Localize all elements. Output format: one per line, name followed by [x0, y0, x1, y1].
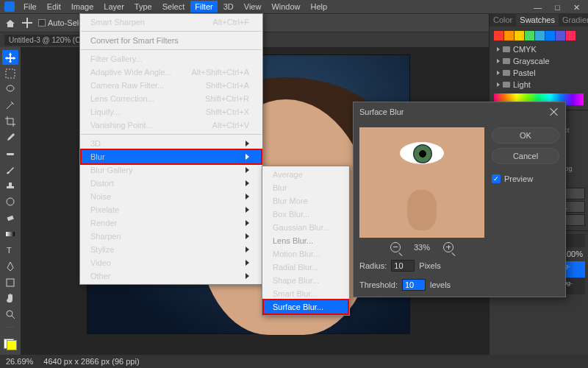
menu-select[interactable]: Select [158, 1, 190, 13]
mi-blur-gallery[interactable]: Blur Gallery [80, 163, 262, 177]
menu-image[interactable]: Image [67, 1, 98, 13]
tab-swatches[interactable]: Swatches [516, 14, 559, 26]
mi-gaussian-blur[interactable]: Gaussian Blur... [262, 221, 349, 234]
mi-lens-correction[interactable]: Lens Correction...Shift+Ctrl+R [80, 92, 262, 105]
menubar: File Edit Image Layer Type Select Filter… [0, 0, 588, 13]
mi-blur[interactable]: Blur [80, 149, 262, 165]
minimize-icon[interactable]: — [529, 1, 546, 14]
menu-type[interactable]: Type [130, 1, 157, 13]
home-icon[interactable] [4, 18, 16, 28]
dialog-title: Surface Blur [359, 107, 404, 116]
zoom-tool[interactable] [2, 307, 18, 322]
mi-adaptive-wide-angle[interactable]: Adaptive Wide Angle...Alt+Shift+Ctrl+A [80, 66, 262, 79]
close-icon[interactable]: ✕ [569, 1, 584, 14]
mi-other[interactable]: Other [80, 269, 262, 283]
mi-box-blur[interactable]: Box Blur... [262, 208, 349, 221]
mi-distort[interactable]: Distort [80, 177, 262, 190]
swatch[interactable] [525, 31, 534, 40]
threshold-input[interactable] [402, 279, 426, 291]
swatch-folder[interactable]: Pastel [494, 67, 584, 79]
mi-video[interactable]: Video [80, 256, 262, 269]
swatch[interactable] [566, 31, 576, 40]
move-tool[interactable] [2, 50, 18, 65]
menu-window[interactable]: Window [267, 1, 304, 13]
shape-tool[interactable] [2, 275, 18, 290]
swatch-folder[interactable]: Light [494, 79, 584, 91]
lasso-tool[interactable] [2, 82, 18, 97]
brush-tool[interactable] [2, 163, 18, 177]
swatch[interactable] [494, 31, 503, 40]
mi-smart-sharpen[interactable]: Smart SharpenAlt+Ctrl+F [80, 15, 262, 29]
swatches-panel: CMYK Grayscale Pastel Light [490, 26, 588, 110]
mi-surface-blur[interactable]: Surface Blur... [262, 299, 349, 315]
svg-rect-7 [7, 279, 14, 286]
hand-tool[interactable] [2, 291, 18, 305]
history-brush-tool[interactable] [2, 194, 18, 209]
gradient-tool[interactable] [2, 227, 18, 241]
tools-more-icon[interactable]: ⋯ [7, 323, 15, 333]
eraser-tool[interactable] [2, 210, 18, 225]
blur-submenu: Average Blur Blur More Box Blur... Gauss… [262, 166, 350, 316]
mi-radial-blur[interactable]: Radial Blur... [262, 261, 349, 274]
crop-tool[interactable] [2, 114, 18, 129]
marquee-tool[interactable] [2, 66, 18, 81]
menu-view[interactable]: View [240, 1, 266, 13]
mi-blur-more[interactable]: Blur More [262, 194, 349, 208]
mi-stylize[interactable]: Stylize [80, 243, 262, 256]
move-tool-icon [22, 18, 32, 28]
tab-color[interactable]: Color [490, 14, 516, 26]
svg-rect-0 [6, 69, 15, 78]
wand-tool[interactable] [2, 98, 18, 113]
zoom-in-icon[interactable] [443, 242, 453, 252]
pen-tool[interactable] [2, 259, 18, 274]
radius-label: Radius: [359, 261, 387, 270]
mi-noise[interactable]: Noise [80, 190, 262, 203]
swatch-folder[interactable]: Grayscale [494, 55, 584, 67]
preview-image[interactable] [359, 127, 484, 238]
mi-shape-blur[interactable]: Shape Blur... [262, 274, 349, 287]
eyedropper-tool[interactable] [2, 130, 18, 145]
mi-render[interactable]: Render [80, 216, 262, 230]
mi-pixelate[interactable]: Pixelate [80, 203, 262, 216]
threshold-unit: levels [430, 280, 451, 289]
heal-tool[interactable] [2, 146, 18, 161]
swatch[interactable] [514, 31, 524, 40]
swatch-folder[interactable]: CMYK [494, 43, 584, 55]
svg-point-8 [7, 311, 12, 316]
mi-blur-basic[interactable]: Blur [262, 181, 349, 194]
zoom-out-icon[interactable] [390, 242, 401, 252]
cancel-button[interactable]: Cancel [492, 148, 559, 164]
zoom-level[interactable]: 26.69% [6, 357, 33, 366]
mi-convert-smart-filters[interactable]: Convert for Smart Filters [80, 34, 262, 47]
mi-camera-raw[interactable]: Camera Raw Filter...Shift+Ctrl+A [80, 79, 262, 92]
mi-sharpen[interactable]: Sharpen [80, 230, 262, 243]
close-icon[interactable] [549, 107, 559, 117]
type-tool[interactable]: T [2, 243, 18, 258]
mi-vanishing-point[interactable]: Vanishing Point...Alt+Ctrl+V [80, 118, 262, 132]
menu-file[interactable]: File [19, 1, 41, 13]
tab-gradients[interactable]: Gradients [559, 14, 588, 26]
swatch[interactable] [545, 31, 555, 40]
menu-layer[interactable]: Layer [99, 1, 129, 13]
swatch[interactable] [504, 31, 514, 40]
radius-input[interactable] [391, 260, 415, 272]
swatch[interactable] [556, 31, 565, 40]
ok-button[interactable]: OK [492, 127, 559, 144]
svg-rect-5 [6, 232, 15, 236]
mi-average[interactable]: Average [262, 168, 349, 181]
menu-filter[interactable]: Filter [190, 1, 217, 13]
foreground-background-colors[interactable] [2, 337, 18, 352]
maximize-icon[interactable]: □ [551, 1, 564, 14]
menu-help[interactable]: Help [306, 1, 332, 13]
mi-filter-gallery[interactable]: Filter Gallery... [80, 52, 262, 66]
mi-lens-blur[interactable]: Lens Blur... [262, 234, 349, 247]
svg-point-1 [7, 85, 14, 91]
menu-edit[interactable]: Edit [43, 1, 65, 13]
surface-blur-dialog: Surface Blur 33% Radius: Pixels Threshol… [353, 102, 566, 297]
preview-checkbox[interactable]: Preview [492, 174, 559, 183]
mi-motion-blur[interactable]: Motion Blur... [262, 247, 349, 261]
menu-3d[interactable]: 3D [219, 1, 238, 13]
stamp-tool[interactable] [2, 179, 18, 194]
swatch[interactable] [535, 31, 545, 40]
mi-liquify[interactable]: Liquify...Shift+Ctrl+X [80, 105, 262, 118]
